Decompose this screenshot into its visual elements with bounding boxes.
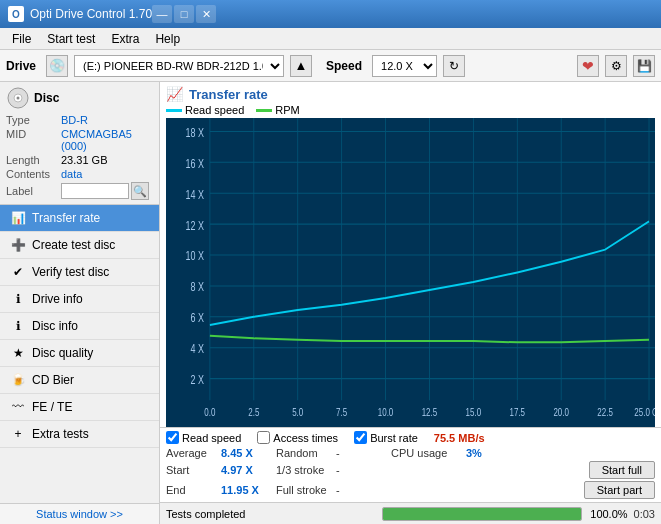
create-disc-icon: ➕ [10, 237, 26, 253]
svg-text:14 X: 14 X [185, 187, 203, 201]
mid-value: CMCMAGBA5 (000) [61, 128, 153, 152]
svg-text:18 X: 18 X [185, 125, 203, 139]
svg-text:8 X: 8 X [190, 280, 203, 294]
svg-point-2 [17, 97, 20, 100]
menu-extra[interactable]: Extra [103, 30, 147, 48]
status-window-button[interactable]: Status window >> [0, 503, 159, 524]
menu-help[interactable]: Help [147, 30, 188, 48]
drive-select[interactable]: ​(E:) PIONEER BD-RW BDR-212D 1.00 [74, 55, 284, 77]
burst-rate-checkbox[interactable] [354, 431, 367, 444]
main-area: Disc Type BD-R MID CMCMAGBA5 (000) Lengt… [0, 82, 661, 524]
burst-rate-checkbox-item[interactable]: Burst rate [354, 431, 418, 444]
nav-disc-info-label: Disc info [32, 319, 78, 333]
nav-create-test-disc[interactable]: ➕ Create test disc [0, 232, 159, 259]
nav-cd-bier[interactable]: 🍺 CD Bier [0, 367, 159, 394]
start-full-button[interactable]: Start full [589, 461, 655, 479]
settings-button[interactable]: ⚙ [605, 55, 627, 77]
type-value: BD-R [61, 114, 88, 126]
svg-text:0.0: 0.0 [204, 406, 215, 418]
right-panel: 📈 Transfer rate Read speed RPM [160, 82, 661, 524]
svg-text:6 X: 6 X [190, 311, 203, 325]
rpm-color [256, 109, 272, 112]
cpu-value: 3% [466, 447, 482, 459]
svg-text:12 X: 12 X [185, 218, 203, 232]
nav-verify-test-disc[interactable]: ✔ Verify test disc [0, 259, 159, 286]
extra-tests-icon: + [10, 426, 26, 442]
read-speed-checkbox[interactable] [166, 431, 179, 444]
svg-text:16 X: 16 X [185, 156, 203, 170]
svg-text:12.5: 12.5 [422, 406, 438, 418]
average-value: 8.45 X [221, 447, 276, 459]
nav-fe-te[interactable]: 〰 FE / TE [0, 394, 159, 421]
menubar: File Start test Extra Help [0, 28, 661, 50]
nav-extra-tests-label: Extra tests [32, 427, 89, 441]
drive-icon-btn[interactable]: 💿 [46, 55, 68, 77]
full-stroke-label: Full stroke [276, 484, 336, 496]
label-button[interactable]: 🔍 [131, 182, 149, 200]
speed-select[interactable]: 12.0 X ↓ [372, 55, 437, 77]
left-panel: Disc Type BD-R MID CMCMAGBA5 (000) Lengt… [0, 82, 160, 524]
disc-section: Disc Type BD-R MID CMCMAGBA5 (000) Lengt… [0, 82, 159, 205]
read-speed-checkbox-item[interactable]: Read speed [166, 431, 241, 444]
mid-row: MID CMCMAGBA5 (000) [6, 128, 153, 152]
nav-disc-quality-label: Disc quality [32, 346, 93, 360]
label-label: Label [6, 185, 61, 197]
menu-file[interactable]: File [4, 30, 39, 48]
refresh-button[interactable]: ↻ [443, 55, 465, 77]
nav-transfer-rate[interactable]: 📊 Transfer rate [0, 205, 159, 232]
window-controls: — □ ✕ [152, 5, 216, 23]
eject-button[interactable]: ▲ [290, 55, 312, 77]
type-row: Type BD-R [6, 114, 153, 126]
cd-bier-icon: 🍺 [10, 372, 26, 388]
disc-header: Disc [6, 86, 153, 110]
save-button[interactable]: 💾 [633, 55, 655, 77]
menu-start-test[interactable]: Start test [39, 30, 103, 48]
svg-text:10 X: 10 X [185, 249, 203, 263]
chart-title: 📈 Transfer rate [166, 86, 655, 102]
app-icon: O [8, 6, 24, 22]
start-part-button[interactable]: Start part [584, 481, 655, 499]
disc-icon: 💿 [49, 58, 65, 73]
nav-fe-te-label: FE / TE [32, 400, 72, 414]
stroke1-value: - [336, 464, 391, 476]
stats-row-1: Average 8.45 X Random - CPU usage 3% [166, 447, 655, 459]
contents-row: Contents data [6, 168, 153, 180]
read-speed-color [166, 109, 182, 112]
svg-text:22.5: 22.5 [597, 406, 613, 418]
end-value: 11.95 X [221, 484, 276, 496]
length-value: 23.31 GB [61, 154, 107, 166]
access-times-checkbox-item[interactable]: Access times [257, 431, 338, 444]
disc-svg-icon [6, 86, 30, 110]
type-label: Type [6, 114, 61, 126]
legend-rpm: RPM [256, 104, 299, 116]
drive-label: Drive [6, 59, 36, 73]
svg-text:15.0: 15.0 [466, 406, 482, 418]
svg-text:10.0: 10.0 [378, 406, 394, 418]
nav-create-disc-label: Create test disc [32, 238, 115, 252]
close-button[interactable]: ✕ [196, 5, 216, 23]
nav-disc-quality[interactable]: ★ Disc quality [0, 340, 159, 367]
nav-drive-info[interactable]: ℹ Drive info [0, 286, 159, 313]
legend-rpm-label: RPM [275, 104, 299, 116]
minimize-button[interactable]: — [152, 5, 172, 23]
status-text: Tests completed [166, 508, 376, 520]
svg-rect-3 [166, 118, 655, 427]
end-label: End [166, 484, 221, 496]
maximize-button[interactable]: □ [174, 5, 194, 23]
nav-disc-info[interactable]: ℹ Disc info [0, 313, 159, 340]
legend-read-speed: Read speed [166, 104, 244, 116]
drive-info-icon: ℹ [10, 291, 26, 307]
label-input[interactable] [61, 183, 129, 199]
access-times-checkbox[interactable] [257, 431, 270, 444]
start-value: 4.97 X [221, 464, 276, 476]
time-display: 0:03 [634, 508, 655, 520]
transfer-rate-icon: 📊 [10, 210, 26, 226]
random-value: - [336, 447, 391, 459]
svg-text:25.0 GB: 25.0 GB [634, 406, 655, 418]
nav-extra-tests[interactable]: + Extra tests [0, 421, 159, 448]
disc-section-title: Disc [34, 91, 59, 105]
progress-percent: 100.0% [588, 508, 628, 520]
access-times-cb-label: Access times [273, 432, 338, 444]
favorites-button[interactable]: ❤ [577, 55, 599, 77]
stroke1-label: 1/3 stroke [276, 464, 336, 476]
